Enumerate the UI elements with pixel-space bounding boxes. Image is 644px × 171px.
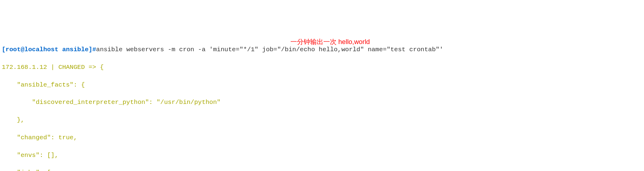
command-text: ansible webservers -m cron -a 'minute="*… — [96, 46, 443, 53]
output-line: }, — [2, 116, 642, 124]
prompt-hash: # — [92, 46, 96, 53]
output-line: "envs": [], — [2, 151, 642, 160]
terminal-output: [root@localhost ansible]#ansible webserv… — [2, 37, 642, 171]
output-line: "ansible_facts": { — [2, 81, 642, 89]
shell-prompt: [root@localhost ansible] — [2, 46, 92, 53]
annotation-text: 一分钟输出一次 hello,world — [290, 37, 370, 47]
output-line: "changed": true, — [2, 133, 642, 142]
output-header: 172.168.1.12 | CHANGED => { — [2, 63, 642, 72]
output-line: "jobs": [ — [2, 168, 642, 171]
output-line: "discovered_interpreter_python": "/usr/b… — [2, 98, 642, 107]
